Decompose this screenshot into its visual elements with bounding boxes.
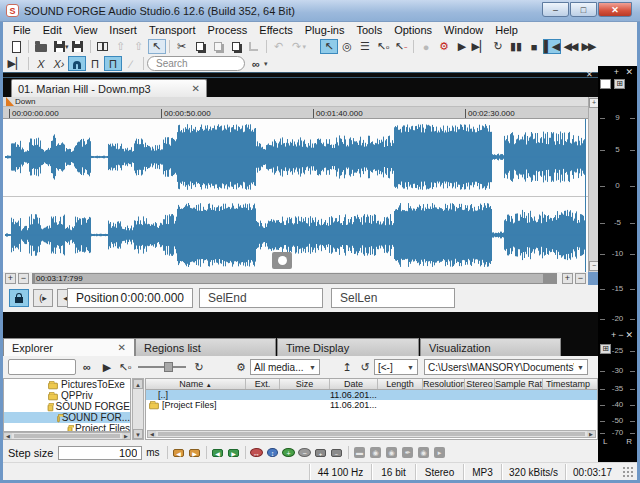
trim-crop-icon[interactable] <box>94 39 112 54</box>
stop-icon[interactable]: ■ <box>525 39 543 54</box>
panel-expand-icon[interactable]: ⊞ <box>600 344 611 354</box>
open-file-icon[interactable] <box>32 39 50 54</box>
cut-icon[interactable]: ✂ <box>173 39 191 54</box>
event-up-icon[interactable]: ⇧ <box>112 39 130 54</box>
scroll-up-icon[interactable]: ▲ <box>133 379 143 389</box>
column-stereo[interactable]: Stereo <box>465 379 495 389</box>
find-dropdown-icon[interactable]: ▾ <box>264 60 268 68</box>
wave-h-scrollbar-thumb[interactable] <box>35 274 543 283</box>
scroll-down-icon[interactable]: ▼ <box>133 429 143 439</box>
crossfade-icon[interactable]: X <box>32 56 50 71</box>
column-length[interactable]: Length <box>378 379 423 389</box>
column-date[interactable]: Date <box>330 379 378 389</box>
meter-expand-icon[interactable]: + <box>614 67 621 77</box>
play-to-cursor-icon[interactable]: ▶▏ <box>7 56 25 71</box>
wave-h-scrollbar[interactable]: 00:03:17:799 <box>32 273 557 284</box>
sellen-field[interactable]: SelLen <box>331 288 455 308</box>
preview-volume-slider[interactable] <box>138 361 186 373</box>
next-region-icon[interactable]: ▶ <box>226 446 242 459</box>
zoom-in-time-icon[interactable]: + <box>5 273 16 284</box>
column-size[interactable]: Size <box>280 379 330 389</box>
column-sample-rate[interactable]: Sample Rate <box>495 379 543 389</box>
menu-item-process[interactable]: Process <box>202 23 254 37</box>
auto-preview-icon[interactable]: ↖o <box>116 360 134 375</box>
settings-gear-icon[interactable]: ⚙ <box>232 360 250 375</box>
pencil-tool-icon[interactable]: ↖~ <box>392 39 410 54</box>
file-row-project-files[interactable]: [Project Files] 11.06.201... <box>146 400 597 410</box>
meter-close-icon[interactable]: ✕ <box>625 67 635 77</box>
marker-flag-icon[interactable] <box>6 97 14 106</box>
column-ext[interactable]: Ext. <box>246 379 280 389</box>
menu-item-edit[interactable]: Edit <box>37 23 68 37</box>
zoom-out-level-icon[interactable]: − <box>297 446 313 459</box>
menu-item-options[interactable]: Options <box>388 23 438 37</box>
paste-special-icon[interactable] <box>227 39 245 54</box>
resize-grip[interactable] <box>623 467 634 478</box>
folder-tree[interactable]: PicturesToExe QPPriv SOUND FORGE SOUND F… <box>3 378 131 432</box>
path-select[interactable]: C:\Users\MANSORY\Documents\SOUND F ▼ <box>424 359 588 375</box>
play-icon[interactable]: ▶▏ <box>471 39 489 54</box>
zoom-in-edge-icon[interactable]: + <box>562 273 573 284</box>
menu-item-plug-ins[interactable]: Plug-ins <box>299 23 351 37</box>
file-list[interactable]: Name ▲ Ext. Size Date Length Resolution … <box>145 378 598 440</box>
tree-item-project-files[interactable]: Project Files <box>4 423 130 432</box>
transfer-icon[interactable]: ↥ <box>338 360 356 375</box>
crop-icon[interactable] <box>245 39 263 54</box>
forward-icon[interactable]: ▶▶ <box>579 39 597 54</box>
zoom-out-edge-icon[interactable]: − <box>575 273 586 284</box>
zoom-out-time-icon[interactable]: − <box>18 273 29 284</box>
tree-item-sound-forge[interactable]: SOUND FORGE <box>4 401 130 412</box>
lock-icon[interactable] <box>9 289 29 307</box>
tab-regions-list[interactable]: Regions list <box>135 338 276 356</box>
menu-item-insert[interactable]: Insert <box>103 23 143 37</box>
copy-icon[interactable] <box>191 39 209 54</box>
loop-preview-icon[interactable]: ↻ <box>190 360 208 375</box>
menu-item-window[interactable]: Window <box>438 23 489 37</box>
prev-marker-icon[interactable]: ◀ <box>171 446 187 459</box>
go-to-start-icon[interactable]: ▌◀ <box>543 39 561 54</box>
snap-grid-icon[interactable]: Π <box>86 56 104 71</box>
menu-item-file[interactable]: File <box>7 23 37 37</box>
next-marker-icon[interactable]: ▶ <box>187 446 203 459</box>
region-badge-icon[interactable]: ◉ <box>384 446 400 459</box>
tree-h-scrollbar[interactable]: ◀▶ <box>3 432 131 440</box>
explorer-search-input[interactable] <box>8 359 76 375</box>
position-field[interactable]: Position 0:00:00.000 <box>67 288 193 308</box>
mixer-icon[interactable]: ☰ <box>356 39 374 54</box>
hardware-meter-icon[interactable]: ▬ <box>352 446 368 459</box>
meter-blank-button[interactable] <box>600 79 611 89</box>
tab-explorer-close-icon[interactable]: ✕ <box>118 342 126 353</box>
close-button[interactable]: ✕ <box>598 2 632 17</box>
scrub-control[interactable] <box>272 252 292 269</box>
menu-item-transport[interactable]: Transport <box>143 23 202 37</box>
zoom-in-level-icon[interactable]: + <box>281 446 297 459</box>
snap-enable-icon[interactable] <box>68 56 86 71</box>
comment-badge-icon[interactable]: ✒ <box>400 446 416 459</box>
marker-badge-icon[interactable]: ◉ <box>368 446 384 459</box>
rewind-icon[interactable]: ◀◀ <box>561 39 579 54</box>
prev-region-icon[interactable]: ◀ <box>210 446 226 459</box>
redo-dropdown-icon[interactable]: ▾ <box>303 43 307 51</box>
history-select[interactable]: [<-] ▼ <box>374 359 418 375</box>
file-h-scrollbar[interactable]: ◀▶ <box>147 430 596 438</box>
selend-field[interactable]: SelEnd <box>199 288 323 308</box>
tab-visualization[interactable]: Visualization <box>420 338 561 356</box>
edit-tool-icon[interactable]: ↖ <box>148 39 166 54</box>
menu-item-view[interactable]: View <box>68 23 104 37</box>
shield-badge-icon[interactable]: ◉ <box>416 446 432 459</box>
file-row-parent[interactable]: [..] 11.06.201... <box>146 390 597 400</box>
document-tab[interactable]: 01. Marian Hill - Down.mp3 ✕ <box>11 79 207 97</box>
wave-v-scrollbar[interactable]: + − <box>588 97 598 272</box>
record-remote-icon[interactable]: ● <box>417 39 435 54</box>
snap-zero-crossing-icon[interactable]: ∕ <box>122 56 140 71</box>
waveform-display[interactable] <box>3 119 588 272</box>
maximize-button[interactable]: □ <box>570 2 597 17</box>
paste-icon[interactable] <box>209 39 227 54</box>
snap-markers-icon[interactable]: Π <box>104 56 122 71</box>
loop-playback-icon[interactable]: ↻ <box>489 39 507 54</box>
pause-icon[interactable]: ▮▮ <box>507 39 525 54</box>
zoom-selection-icon[interactable]: ↔ <box>249 446 265 459</box>
event-down-icon[interactable]: ⇧ <box>130 39 148 54</box>
play-all-icon[interactable]: ▶ <box>453 39 471 54</box>
marker-row[interactable]: Down <box>3 97 588 107</box>
